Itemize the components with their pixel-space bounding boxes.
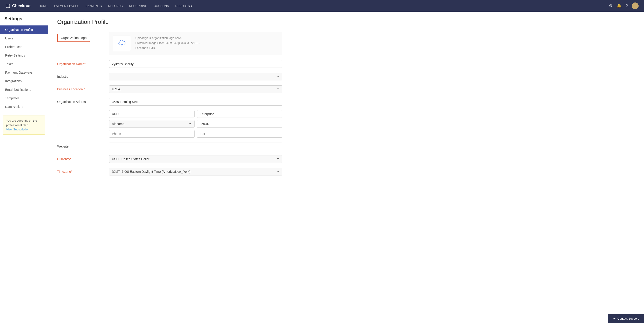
sidebar-item-taxes[interactable]: Taxes [0, 60, 48, 68]
upload-line2: Preferred Image Size: 240 x 240 pixels @… [135, 40, 200, 46]
app-logo[interactable]: Checkout [6, 4, 30, 8]
contact-support-label: Contact Support [618, 317, 638, 320]
sidebar-item-preferences[interactable]: Preferences [0, 42, 48, 51]
business-location-label: Business Location * [57, 85, 109, 91]
address-state-select[interactable]: Alabama [109, 120, 194, 128]
org-name-label: Organization Name* [57, 60, 109, 66]
org-name-row: Organization Name* [57, 60, 282, 68]
address-add-input[interactable] [109, 110, 194, 118]
user-avatar[interactable] [632, 2, 638, 9]
sidebar-item-data-backup[interactable]: Data Backup [0, 102, 48, 111]
address-phone-input[interactable] [109, 130, 194, 138]
org-address-label: Organization Address [57, 98, 109, 104]
notifications-icon[interactable]: 🔔 [616, 4, 622, 8]
nav-links: HOME PAYMENT PAGES PAYMENTS REFUNDS RECU… [39, 4, 609, 8]
org-address-field: Alabama [109, 98, 282, 138]
nav-right-actions: ⚙ 🔔 ? [609, 2, 638, 9]
currency-field: USD - United States Dollar [109, 155, 282, 163]
currency-label: Currency* [57, 155, 109, 161]
timezone-field: (GMT -5:00) Eastern Daylight Time (Ameri… [109, 168, 282, 176]
currency-row: Currency* USD - United States Dollar [57, 155, 282, 163]
org-logo-label-col: Organization Logo [57, 32, 109, 42]
sidebar-item-retry-settings[interactable]: Retry Settings [0, 51, 48, 60]
sidebar-item-email-notifications[interactable]: Email Notifications [0, 85, 48, 94]
nav-refunds[interactable]: REFUNDS [108, 4, 123, 8]
nav-payments[interactable]: PAYMENTS [86, 4, 102, 8]
sidebar-item-users[interactable]: Users [0, 34, 48, 42]
nav-recurring[interactable]: RECURRING [129, 4, 147, 8]
address-city-input[interactable] [197, 110, 282, 118]
cloud-upload-icon [118, 40, 126, 48]
page-title: Organization Profile [57, 18, 635, 26]
currency-select[interactable]: USD - United States Dollar [109, 155, 282, 163]
sidebar-item-integrations[interactable]: Integrations [0, 77, 48, 85]
industry-select[interactable] [109, 73, 282, 80]
top-navigation: Checkout HOME PAYMENT PAGES PAYMENTS REF… [0, 0, 644, 12]
address-grid: Alabama [109, 110, 282, 138]
upload-instructions: Upload your organization logo here. Pref… [135, 36, 200, 50]
org-logo-row: Organization Logo Upload your organizati… [57, 32, 282, 55]
website-input[interactable] [109, 142, 282, 150]
business-location-row: Business Location * U.S.A. [57, 85, 282, 93]
nav-coupons[interactable]: COUPONS [154, 4, 169, 8]
sidebar-item-org-profile[interactable]: Organization Profile [0, 26, 48, 34]
org-address-row: Organization Address Alabama [57, 98, 282, 138]
industry-row: Industry [57, 73, 282, 80]
sidebar-item-templates[interactable]: Templates [0, 94, 48, 102]
business-location-field: U.S.A. [109, 85, 282, 93]
upload-icon-box [113, 36, 131, 51]
org-logo-label: Organization Logo [57, 34, 90, 42]
logo-upload-area[interactable]: Upload your organization logo here. Pref… [109, 32, 282, 55]
website-field [109, 142, 282, 150]
upload-line3: Less than 1MB. [135, 46, 200, 50]
help-icon[interactable]: ? [626, 4, 628, 8]
main-content: Organization Profile Organization Logo U… [48, 12, 644, 323]
industry-field [109, 73, 282, 80]
business-location-select[interactable]: U.S.A. [109, 85, 282, 93]
sidebar-item-payment-gateways[interactable]: Payment Gateways [0, 68, 48, 77]
address-line1-input[interactable] [109, 98, 282, 106]
upload-line1: Upload your organization logo here. [135, 36, 200, 40]
website-row: Website [57, 142, 282, 150]
settings-sidebar: Settings Organization Profile Users Pref… [0, 12, 48, 323]
org-name-field [109, 60, 282, 68]
address-zip-input[interactable] [197, 120, 282, 128]
org-name-input[interactable] [109, 60, 282, 68]
timezone-select[interactable]: (GMT -5:00) Eastern Daylight Time (Ameri… [109, 168, 282, 176]
page-layout: Settings Organization Profile Users Pref… [0, 12, 644, 323]
sidebar-title: Settings [0, 16, 48, 26]
nav-reports[interactable]: REPORTS ▾ [175, 4, 192, 8]
timezone-label: Timezone* [57, 168, 109, 174]
website-label: Website [57, 142, 109, 148]
contact-support-icon: ✉ [613, 317, 616, 320]
view-subscription-link[interactable]: View Subscription [6, 128, 29, 131]
industry-label: Industry [57, 73, 109, 78]
plan-info-box: You are currently on the professional pl… [3, 116, 45, 135]
reports-dropdown-icon: ▾ [191, 4, 192, 8]
nav-payment-pages[interactable]: PAYMENT PAGES [54, 4, 79, 8]
app-name: Checkout [12, 4, 30, 8]
state-select-wrapper: Alabama [109, 120, 194, 128]
nav-home[interactable]: HOME [39, 4, 48, 8]
address-fax-input[interactable] [197, 130, 282, 138]
org-logo-field: Upload your organization logo here. Pref… [109, 32, 282, 55]
plan-text: You are currently on the professional pl… [6, 119, 37, 127]
contact-support-button[interactable]: ✉ Contact Support [608, 314, 644, 323]
timezone-row: Timezone* (GMT -5:00) Eastern Daylight T… [57, 168, 282, 176]
settings-icon[interactable]: ⚙ [609, 4, 612, 8]
